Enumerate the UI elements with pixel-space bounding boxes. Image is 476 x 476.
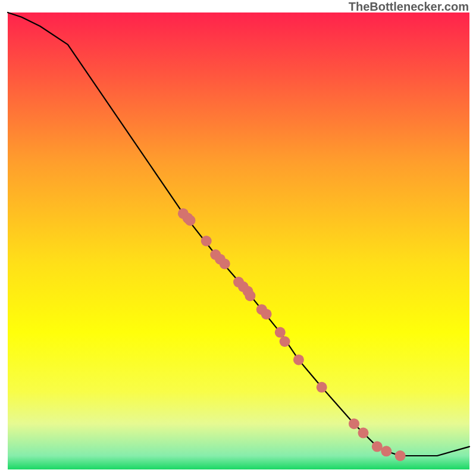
svg-rect-0 (8, 12, 469, 469)
chart-background-gradient (8, 12, 469, 469)
watermark-text: TheBottlenecker.com (349, 0, 469, 14)
chart-container: TheBottlenecker.com (0, 0, 476, 476)
